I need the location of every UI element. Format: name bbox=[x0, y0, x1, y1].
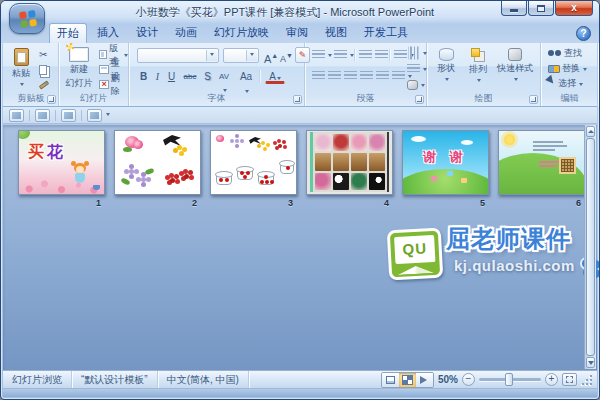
justify-button[interactable] bbox=[358, 69, 375, 82]
slide-thumbnail-2[interactable] bbox=[114, 130, 201, 195]
select-button[interactable]: 选择 bbox=[546, 77, 585, 90]
paste-button[interactable]: 粘贴 bbox=[8, 47, 34, 93]
paragraph-dialog-launcher[interactable] bbox=[415, 95, 424, 104]
numbering-button[interactable] bbox=[332, 48, 356, 61]
align-text-icon bbox=[407, 64, 420, 74]
change-case-button[interactable]: Aa bbox=[237, 69, 255, 83]
increase-indent-button[interactable] bbox=[373, 48, 390, 61]
vertical-scrollbar[interactable] bbox=[584, 125, 596, 369]
font-name-combo[interactable] bbox=[137, 48, 219, 63]
addin-button-2[interactable] bbox=[35, 109, 50, 122]
drawing-dialog-launcher[interactable] bbox=[529, 95, 538, 104]
text-direction-button[interactable] bbox=[405, 46, 429, 59]
clipboard-dialog-launcher[interactable] bbox=[47, 95, 56, 104]
minimize-button[interactable] bbox=[501, 1, 527, 16]
resize-grip[interactable] bbox=[581, 374, 593, 386]
slide-thumbnail-4[interactable] bbox=[306, 130, 393, 195]
find-button[interactable]: 查找 bbox=[546, 47, 584, 60]
slide-thumbnail-3[interactable] bbox=[210, 130, 297, 195]
slide-sorter-area[interactable]: 买花 1 2 bbox=[3, 125, 597, 370]
addin-dropdown-icon[interactable] bbox=[106, 113, 110, 118]
distribute-button[interactable] bbox=[374, 69, 391, 82]
underline-button[interactable]: U bbox=[165, 69, 178, 83]
help-button[interactable]: ? bbox=[576, 26, 591, 41]
align-left-icon bbox=[312, 71, 325, 81]
align-left-button[interactable] bbox=[310, 69, 327, 82]
status-view-mode[interactable]: 幻灯片浏览 bbox=[3, 371, 72, 388]
font-size-dropdown[interactable] bbox=[246, 50, 257, 61]
slide5-cloud-art bbox=[411, 136, 426, 142]
character-spacing-button[interactable]: AV bbox=[216, 69, 232, 83]
maximize-button[interactable] bbox=[528, 1, 554, 16]
cut-button[interactable]: ✂ bbox=[37, 48, 49, 61]
window-controls: x bbox=[500, 1, 593, 16]
align-right-button[interactable] bbox=[342, 69, 359, 82]
tab-review[interactable]: 审阅 bbox=[279, 23, 315, 43]
strikethrough-button[interactable]: abc bbox=[181, 69, 199, 83]
align-center-button[interactable] bbox=[326, 69, 343, 82]
tab-home[interactable]: 开始 bbox=[49, 23, 87, 43]
tab-view[interactable]: 视图 bbox=[318, 23, 354, 43]
slide-number-6: 6 bbox=[498, 198, 585, 208]
new-slide-label-2: 幻灯片 bbox=[66, 77, 93, 90]
slide-number-4: 4 bbox=[306, 198, 393, 208]
font-dialog-launcher[interactable] bbox=[293, 95, 302, 104]
shapes-dropdown-icon bbox=[445, 78, 449, 83]
office-button[interactable] bbox=[9, 3, 45, 34]
normal-view-icon bbox=[386, 376, 395, 384]
addin-button-3[interactable] bbox=[61, 109, 76, 122]
slide-sorter-view-button[interactable] bbox=[399, 373, 416, 387]
tab-slideshow[interactable]: 幻灯片放映 bbox=[207, 23, 276, 43]
new-slide-button[interactable]: 新建 幻灯片 bbox=[63, 46, 95, 94]
font-name-dropdown[interactable] bbox=[206, 50, 217, 61]
scroll-up-button[interactable] bbox=[586, 126, 595, 137]
tab-developer[interactable]: 开发工具 bbox=[357, 23, 415, 43]
font-name-dropdown-icon bbox=[210, 53, 214, 58]
slide-thumbnail-1[interactable]: 买花 bbox=[18, 130, 105, 195]
bullets-button[interactable] bbox=[310, 48, 334, 61]
align-text-button[interactable] bbox=[405, 62, 429, 75]
delete-slide-button[interactable]: 删除 bbox=[97, 78, 128, 91]
zoom-slider-thumb[interactable] bbox=[505, 373, 513, 386]
tab-design[interactable]: 设计 bbox=[129, 23, 165, 43]
editing-group-label: 编辑 bbox=[541, 92, 598, 105]
tab-insert[interactable]: 插入 bbox=[90, 23, 126, 43]
shapes-button[interactable]: 形状 bbox=[431, 47, 461, 93]
slideshow-view-button[interactable] bbox=[416, 373, 433, 387]
italic-button[interactable]: I bbox=[151, 69, 164, 83]
quick-styles-button[interactable]: 快速样式 bbox=[495, 47, 535, 93]
fit-to-window-button[interactable] bbox=[562, 373, 577, 386]
status-design-template[interactable]: “默认设计模板” bbox=[72, 371, 158, 388]
slide-thumbnail-6[interactable] bbox=[498, 130, 585, 195]
zoom-in-button[interactable]: + bbox=[545, 373, 558, 386]
window-frame-bottom bbox=[3, 388, 597, 397]
arrange-button[interactable]: 排列 bbox=[463, 47, 493, 93]
format-painter-button[interactable] bbox=[37, 78, 51, 91]
scrollbar-thumb[interactable] bbox=[586, 138, 595, 356]
decrease-indent-button[interactable] bbox=[357, 48, 374, 61]
font-size-combo[interactable] bbox=[223, 48, 259, 63]
slides-group-label: 幻灯片 bbox=[59, 92, 128, 105]
quick-styles-icon bbox=[508, 48, 522, 61]
zoom-level[interactable]: 50% bbox=[438, 374, 458, 385]
copy-button[interactable] bbox=[37, 63, 52, 76]
zoom-slider[interactable] bbox=[479, 378, 541, 381]
addin-button-1[interactable] bbox=[9, 109, 24, 122]
shrink-font-button[interactable]: A▼ bbox=[279, 48, 294, 62]
zoom-out-button[interactable]: − bbox=[462, 373, 475, 386]
addin-button-4[interactable] bbox=[87, 109, 102, 122]
replace-button[interactable]: 替换 bbox=[546, 62, 589, 75]
text-shadow-button[interactable]: S bbox=[201, 69, 214, 83]
quick-styles-dropdown-icon bbox=[514, 78, 518, 83]
normal-view-button[interactable] bbox=[382, 373, 399, 387]
grow-font-button[interactable]: A▲ bbox=[263, 48, 279, 62]
bold-button[interactable]: B bbox=[137, 69, 150, 83]
scroll-down-button[interactable] bbox=[586, 357, 595, 368]
tab-animations[interactable]: 动画 bbox=[168, 23, 204, 43]
status-language[interactable]: 中文(简体, 中国) bbox=[158, 371, 249, 388]
status-bar: 幻灯片浏览 “默认设计模板” 中文(简体, 中国) 50% − + bbox=[3, 370, 597, 388]
slide-thumbnail-5[interactable]: 谢 谢 bbox=[402, 130, 489, 195]
convert-smartart-button[interactable] bbox=[405, 78, 427, 91]
font-color-button[interactable]: A bbox=[265, 69, 285, 84]
close-button[interactable]: x bbox=[555, 1, 593, 16]
